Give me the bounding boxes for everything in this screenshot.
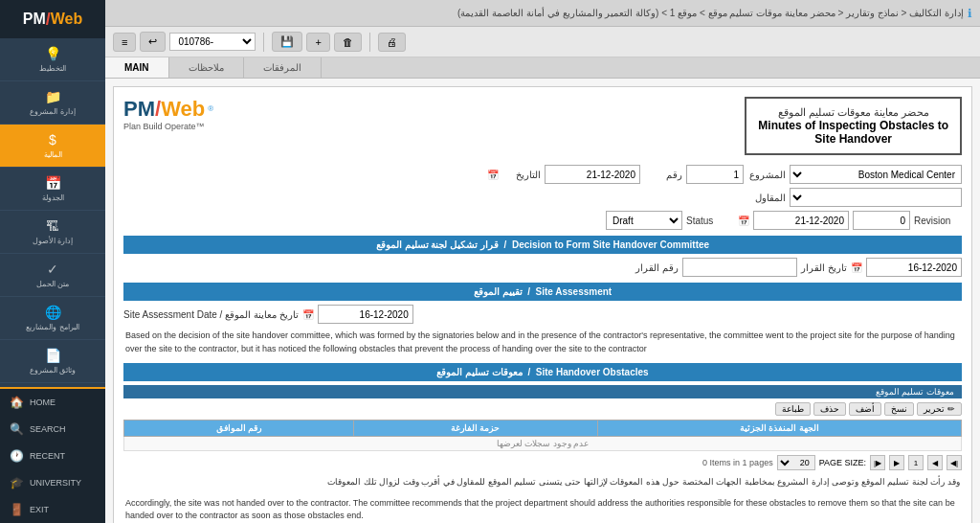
edit-icon: ✏ xyxy=(947,404,955,414)
obstacles-table: رقم الموافق حزمة الفارغة الجهة المنفذة ا… xyxy=(123,420,962,451)
document-container: PM/Web ® Plan Build Operate™ محضر معاينة… xyxy=(113,86,972,523)
delete-icon: 🗑 xyxy=(343,36,353,48)
calendar-icon-date[interactable]: 📅 xyxy=(487,170,499,180)
logo-web: Web xyxy=(51,11,82,28)
revision-date-input[interactable] xyxy=(753,211,849,230)
table-print-button[interactable]: طباعة xyxy=(775,402,811,416)
assessment-date-input[interactable] xyxy=(318,305,413,324)
number-input[interactable] xyxy=(686,165,744,184)
col-empty-package: حزمة الفارغة xyxy=(353,421,597,437)
tab-bar: MAIN ملاحظات المرفقات xyxy=(105,57,980,79)
page-size-select[interactable]: 20 50 100 xyxy=(777,455,815,470)
doc-logo-tagline: Plan Build Operate™ xyxy=(123,122,213,131)
tab-attachments[interactable]: ملاحظات xyxy=(169,57,244,78)
date-label: التاريخ xyxy=(502,170,541,180)
project-select[interactable]: Boston Medical Center xyxy=(790,165,962,184)
sidebar-nav: 🏠 HOME 🔍 SEARCH 🕐 RECENT 🎓 UNIVERSITY 🚪 … xyxy=(0,387,105,523)
calendar-icon-decision[interactable]: 📅 xyxy=(851,262,862,273)
sidebar-item-schedule[interactable]: 📅 الجدولة xyxy=(0,168,105,211)
obstacles-header-en: Site Handover Obstacles xyxy=(536,367,649,377)
nav-item-label: EXIT xyxy=(30,505,49,514)
number-label: رقم xyxy=(644,170,682,180)
decision-date-input[interactable] xyxy=(866,258,962,277)
doc-title-box: محضر معاينة معوقات تسليم الموقع Minutes … xyxy=(745,97,962,155)
first-page-btn[interactable]: |◀ xyxy=(947,455,962,470)
table-delete-button[interactable]: حذف xyxy=(813,402,846,416)
nav-item-search[interactable]: 🔍 SEARCH xyxy=(0,416,105,443)
tab-reports-label: المرفقات xyxy=(263,62,301,73)
top-bar: ℹ إدارة التكاليف < نماذج وتقارير < محضر … xyxy=(105,0,980,27)
page-number[interactable]: 1 xyxy=(908,455,924,470)
search-icon: 🔍 xyxy=(10,422,24,436)
project-label: المشروع xyxy=(747,170,786,180)
docs-icon: 📄 xyxy=(45,348,61,363)
sidebar-item-label: البرامج والمشاريع xyxy=(26,323,78,331)
sidebar-item-label: التخطيط xyxy=(39,64,66,73)
col-approval-number: رقم الموافق xyxy=(124,421,354,437)
doc-title-english-2: Site Handover xyxy=(758,132,948,146)
separator2 xyxy=(369,33,370,52)
decision-number-input[interactable] xyxy=(682,258,797,277)
sidebar-item-planning[interactable]: 💡 التخطيط xyxy=(0,38,105,81)
calendar-icon-revision[interactable]: 📅 xyxy=(738,216,749,226)
finance-icon: $ xyxy=(49,132,56,148)
status-select[interactable]: Draft xyxy=(606,211,682,230)
sidebar-item-label: متن الحمل xyxy=(36,280,69,288)
recent-icon: 🕐 xyxy=(10,449,24,463)
print-button[interactable]: 🖨 xyxy=(378,33,406,52)
nav-item-label: HOME xyxy=(30,398,56,407)
breadcrumb-text: إدارة التكاليف < نماذج وتقارير < محضر مع… xyxy=(457,8,964,18)
project-mgmt-icon: 📁 xyxy=(45,89,61,104)
date-input[interactable] xyxy=(545,165,640,184)
tab-main[interactable]: MAIN xyxy=(105,57,169,78)
table-row: عدم وجود سجلات لعرضها xyxy=(124,437,962,451)
toolbar: ≡ ↩ 010786- 💾 + 🗑 🖨 xyxy=(105,27,980,57)
save-button[interactable]: 💾 xyxy=(272,32,302,52)
calendar-icon-assessment[interactable]: 📅 xyxy=(302,309,314,320)
nav-item-university[interactable]: 🎓 UNIVERSITY xyxy=(0,469,105,496)
undo-icon: ↩ xyxy=(148,35,157,48)
sidebar-item-project-mgmt[interactable]: 📁 إدارة المشروع xyxy=(0,81,105,125)
nav-item-label: UNIVERSITY xyxy=(30,478,81,488)
decision-date-label: تاريخ القرار xyxy=(801,262,847,273)
sidebar-logo: PM / Web xyxy=(0,0,105,38)
table-toolbar: ✏ تحرير نسخ أضف حذف طباعة xyxy=(123,402,962,416)
separator xyxy=(263,33,264,52)
revision-input[interactable] xyxy=(853,211,910,230)
sidebar-item-cargo[interactable]: ✓ متن الحمل xyxy=(0,254,105,297)
sidebar-item-label: المالية xyxy=(44,150,62,159)
tab-main-label: MAIN xyxy=(124,62,149,73)
undo-button[interactable]: ↩ xyxy=(140,32,166,52)
save-icon: 💾 xyxy=(280,35,294,48)
conclusion-text: وقد رأت لجنة تسليم الموقع وتوصى إدارة ال… xyxy=(123,474,962,491)
nav-item-exit[interactable]: 🚪 EXIT xyxy=(0,496,105,523)
nav-item-home[interactable]: 🏠 HOME xyxy=(0,389,105,416)
prev-page-btn[interactable]: ◀ xyxy=(927,455,943,470)
menu-button[interactable]: ≡ xyxy=(113,33,136,52)
last-page-btn[interactable]: ▶| xyxy=(870,455,885,470)
contractor-row: المقاول xyxy=(123,188,962,207)
next-page-btn[interactable]: ▶ xyxy=(889,455,904,470)
sidebar-item-finance[interactable]: $ المالية xyxy=(0,125,105,168)
delete-button[interactable]: 🗑 xyxy=(334,33,362,52)
sidebar-item-programs[interactable]: 🌐 البرامج والمشاريع xyxy=(0,297,105,340)
no-records-msg: عدم وجود سجلات لعرضها xyxy=(124,437,962,451)
sidebar-item-label: وثائق المشروع xyxy=(30,366,76,375)
content-area: PM/Web ® Plan Build Operate™ محضر معاينة… xyxy=(105,79,980,523)
print-icon: 🖨 xyxy=(387,36,397,48)
edit-button[interactable]: ✏ تحرير xyxy=(917,402,962,416)
table-add-button[interactable]: أضف xyxy=(849,402,881,416)
tab-reports[interactable]: المرفقات xyxy=(244,57,322,78)
assessment-date-row: 📅 تاريخ معاينة الموقع / Site Assessment … xyxy=(123,305,962,324)
sidebar-item-assets[interactable]: 🏗 إدارة الأصول xyxy=(0,211,105,254)
contractor-select[interactable] xyxy=(790,188,962,207)
nav-item-recent[interactable]: 🕐 RECENT xyxy=(0,443,105,469)
sidebar-item-docs[interactable]: 📄 وثائق المشروع xyxy=(0,340,105,383)
add-button[interactable]: + xyxy=(306,33,329,52)
status-label: Status xyxy=(686,216,724,226)
decision-section-header: قرار تشكيل لجنة تسليم الموقع / Decision … xyxy=(123,236,962,254)
record-select[interactable]: 010786- xyxy=(169,33,256,51)
table-delete-label: حذف xyxy=(820,404,839,414)
copy-button[interactable]: نسخ xyxy=(884,402,914,416)
doc-logo-web: Web xyxy=(161,97,205,121)
